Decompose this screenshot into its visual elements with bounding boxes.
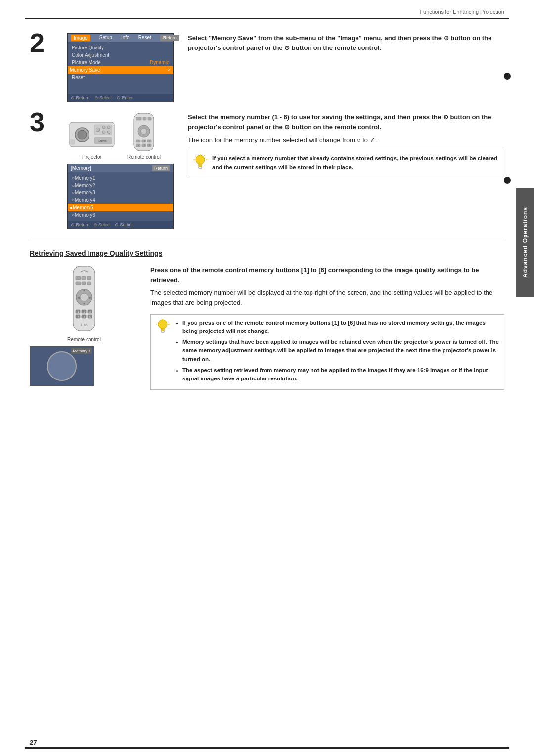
svg-text:5: 5 [84,315,85,318]
retrieving-title: Retrieving Saved Image Quality Settings [30,249,504,257]
menu-bottom-bar: ⊙ Return ⊕ Select ⊙ Enter [68,94,173,102]
svg-text:6: 6 [89,315,91,318]
menu-bottom-enter: ⊙ Enter [117,95,133,100]
step-3-text: Select the memory number (1 - 6) to use … [188,112,504,176]
svg-rect-13 [136,117,141,120]
svg-rect-45 [82,282,86,285]
step-2-block: 2 Image Setup Info Reset Return Picture … [30,33,504,102]
retrieving-instruction-heading: Press one of the remote control memory b… [150,265,504,285]
retrieving-tips-list: If you press one of the remote control m… [175,319,499,383]
step-3-note: The icon for the memory number selected … [188,135,504,145]
svg-rect-15 [148,117,151,120]
menu-top-bar: Image Setup Info Reset Return [68,34,173,42]
svg-point-2 [78,130,87,139]
svg-text:▼: ▼ [83,302,86,305]
projector-label: Projector [67,154,117,160]
memory-menu-return: Return [152,165,170,171]
retrieving-tip-3: The aspect setting retrieved from memory… [182,366,499,383]
memory-bottom-return: ⊙ Return [71,222,89,227]
section-divider [30,239,504,239]
memory-item-3: ○Memory3 [72,189,169,196]
memory-item-6: ○Memory6 [72,211,169,219]
sidebar-label: Advanced Operations [516,188,534,297]
retrieving-tip-icon [156,319,170,332]
svg-point-48 [80,293,88,301]
screen-memory-label: Memory 5 [71,348,92,354]
menu-tab-reset: Reset [138,35,151,41]
retrieving-tip-1: If you press one of the remote control m… [182,319,499,336]
svg-point-30 [196,155,205,164]
svg-text:4: 4 [78,315,79,318]
svg-rect-11 [70,140,75,144]
menu-item-memory-save: Memory Save✓ [68,66,173,74]
menu-item-picture-quality: Picture Quality [72,44,169,51]
retrieving-remote-svg: ▲ ▼ ◀ ▶ 1 2 3 4 5 6 [59,265,109,334]
svg-text:2: 2 [84,310,85,313]
memory-bottom-setting: ⊙ Setting [115,222,134,227]
svg-line-38 [204,155,205,156]
svg-text:MENU: MENU [98,140,107,142]
memory-item-1: ○Memory1 [72,174,169,182]
svg-rect-43 [87,276,91,280]
sidebar-label-text: Advanced Operations [522,207,529,278]
memory-bottom-select: ⊕ Select [93,222,111,227]
svg-rect-41 [76,276,81,280]
bottom-rule [25,747,509,749]
svg-rect-46 [87,282,91,285]
svg-line-39 [195,156,196,157]
step-2-image: Image Setup Info Reset Return Picture Qu… [67,33,176,102]
memory-item-2: ○Memory2 [72,182,169,189]
step-3-instruction: Select the memory number (1 - 6) to use … [188,112,504,132]
svg-text:▲: ▲ [83,288,86,292]
projector-svg: MENU [67,112,117,152]
menu-tab-setup: Setup [99,35,112,41]
step-3-block: 3 [30,112,504,229]
memory-bottom-bar: ⊙ Return ⊕ Select ⊙ Setting [68,221,173,229]
page-number: 27 [30,739,37,746]
svg-text:3: 3 [89,310,91,313]
memory-item-4: ○Memory4 [72,196,169,204]
menu-bottom-select: ⊕ Select [94,95,112,100]
retrieving-text: Press one of the remote control memory b… [150,265,504,390]
menu-tab-image: Image [71,35,90,41]
projector-image-wrap: MENU Projector [67,112,117,160]
retrieving-remote-wrap: ▲ ▼ ◀ ▶ 1 2 3 4 5 6 [30,265,138,342]
menu-bottom-return: ⊙ Return [71,95,89,100]
menu-return-btn: Return [160,35,179,41]
menu-items-list: Picture Quality Color Adjustment Picture… [68,42,173,83]
svg-point-6 [107,126,110,129]
svg-point-66 [158,320,167,329]
svg-point-5 [102,126,105,129]
svg-marker-67 [161,328,165,331]
menu-item-reset: Reset [72,74,169,81]
page-header-text: Functions for Enhancing Projection [420,9,504,15]
step-3-tip-content: If you select a memory number that alrea… [212,155,497,170]
retrieving-remote-label: Remote control [30,337,138,342]
menu-tab-info: Info [121,35,130,41]
svg-text:1~6A: 1~6A [81,323,88,326]
svg-point-4 [96,128,100,132]
step-3-tip-box: If you select a memory number that alrea… [188,150,504,176]
svg-rect-44 [76,282,81,285]
memory-items-list: ○Memory1 ○Memory2 ○Memory3 ○Memory4 ●Mem… [68,172,173,221]
remote-label: Remote control [122,154,166,160]
remote-svg: 1 2 3 4 5 6 [122,112,166,152]
svg-point-7 [102,131,105,134]
step-3-number: 3 [30,108,55,135]
top-rule [25,18,509,19]
remote-image-wrap: 1 2 3 4 5 6 Remote control [122,112,166,160]
memory-menu: [Memory] Return ○Memory1 ○Memory2 ○Memor… [67,164,174,229]
menu-item-color-adjustment: Color Adjustment [72,51,169,59]
memory-item-5-selected: ●Memory5 [68,204,173,211]
svg-point-17 [141,128,147,134]
step-3-tip-text: If you select a memory number that alrea… [212,154,499,172]
projector-remote-row: MENU Projector [67,112,176,160]
step-3-images: MENU Projector [67,112,176,229]
retrieving-tip-box: If you press one of the remote control m… [150,314,504,390]
step-2-number: 2 [30,29,55,56]
memory-menu-title: [Memory] [71,165,91,171]
retrieving-tips-content: If you press one of the remote control m… [175,319,499,386]
svg-rect-42 [82,276,86,280]
step-2-text: Select "Memory Save" from the sub-menu o… [188,33,504,56]
svg-marker-31 [198,164,202,167]
